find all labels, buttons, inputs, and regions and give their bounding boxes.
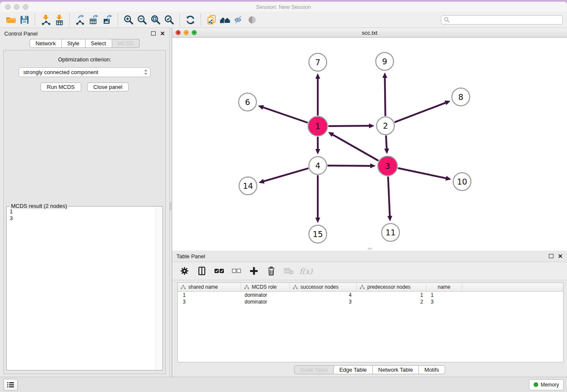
apply-layout-button[interactable]	[184, 13, 197, 27]
delete-column-button[interactable]	[266, 265, 277, 276]
graph-node-label: 14	[243, 181, 253, 190]
graph-edge[interactable]	[394, 102, 447, 122]
graph-edge[interactable]	[262, 168, 308, 182]
graph-node-label: 6	[245, 97, 250, 107]
home-button[interactable]	[218, 13, 232, 27]
table-cell: dominator	[241, 299, 290, 305]
network-minimize-button[interactable]: −	[184, 30, 189, 35]
fx-icon: f(x)	[300, 267, 313, 276]
column-header-shared-name[interactable]: shared name	[178, 283, 241, 291]
export-table-button[interactable]	[87, 13, 101, 27]
graph-edge[interactable]	[385, 76, 385, 116]
graph-node-label: 11	[385, 228, 396, 237]
search-box[interactable]	[441, 15, 563, 25]
network-maximize-button[interactable]: +	[192, 30, 197, 35]
tab-node-table[interactable]: Node Table	[294, 365, 334, 374]
column-label: successor nodes	[300, 284, 339, 290]
select-stepper-icon	[144, 69, 148, 75]
show-hide-button[interactable]	[245, 13, 259, 27]
panel-divider[interactable]	[169, 28, 172, 377]
zoom-out-icon	[136, 14, 148, 26]
tab-select[interactable]: Select	[85, 39, 112, 48]
graph-node-label: 8	[458, 92, 463, 102]
graph-edge[interactable]	[386, 135, 387, 150]
toolbar-separator	[201, 14, 201, 26]
tab-network[interactable]: Network	[30, 39, 62, 48]
export-network-button[interactable]	[74, 13, 87, 27]
graph-edge[interactable]	[398, 168, 447, 179]
graph-edge[interactable]	[388, 177, 390, 218]
table-cell: 3	[178, 299, 241, 305]
graph-edge-arrowhead	[259, 179, 264, 184]
mcds-result-text[interactable]: 13	[7, 207, 156, 370]
search-input[interactable]	[451, 17, 560, 23]
hide-panel-button[interactable]	[232, 13, 245, 27]
zoom-selected-button[interactable]	[162, 13, 176, 27]
save-session-button[interactable]	[18, 13, 31, 27]
eye-slash-icon	[233, 14, 245, 26]
function-builder-button[interactable]: f(x)	[300, 265, 311, 276]
zoom-fit-button[interactable]	[149, 13, 162, 27]
delete-table-button[interactable]	[283, 265, 294, 276]
zoom-out-button[interactable]	[135, 13, 149, 27]
graph-node-label: 10	[457, 177, 467, 186]
close-panel-icon[interactable]: ✕	[160, 30, 165, 36]
optimization-criterion-select[interactable]: strongly connected component	[19, 67, 151, 77]
run-mcds-button[interactable]: Run MCDS	[41, 83, 81, 91]
import-table-button[interactable]	[52, 13, 66, 27]
network-canvas[interactable]: 7968124314101511	[172, 38, 567, 251]
column-header-filler	[462, 283, 563, 291]
tab-network-table[interactable]: Network Table	[373, 365, 419, 374]
resize-grip[interactable]	[368, 248, 372, 250]
graph-edge-arrowhead	[444, 100, 450, 105]
open-folder-icon	[5, 14, 17, 26]
import-network-button[interactable]	[39, 13, 52, 27]
unchecked-boxes-icon	[232, 268, 241, 273]
unselect-all-columns-button[interactable]	[231, 265, 242, 276]
create-column-button[interactable]	[248, 265, 259, 276]
control-panel-tabs: Network Style Select MCDS	[0, 39, 169, 48]
table-row[interactable]: 3dominator323	[178, 298, 563, 305]
graph-edge[interactable]	[261, 107, 308, 123]
main-toolbar	[0, 12, 567, 28]
graph-node-label: 7	[315, 58, 320, 67]
app-window: Session: New Session	[0, 2, 567, 392]
result-scrollbar[interactable]	[156, 207, 162, 370]
tab-edge-table[interactable]: Edge Table	[334, 365, 373, 374]
graph-edge-arrowhead	[369, 123, 374, 128]
graph-edge[interactable]	[328, 126, 371, 126]
control-panel-title: Control Panel	[4, 30, 38, 37]
column-header-predecessor-nodes[interactable]: predecessor nodes	[357, 283, 427, 291]
select-all-columns-button[interactable]	[214, 265, 225, 276]
gear-icon	[180, 266, 189, 276]
graph-edge[interactable]	[331, 134, 378, 160]
tab-mcds[interactable]: MCDS	[112, 39, 140, 48]
table-cell: 2	[357, 299, 427, 305]
column-header-successor-nodes[interactable]: successor nodes	[290, 283, 357, 291]
tab-style[interactable]: Style	[62, 39, 85, 48]
memory-button[interactable]: Memory	[529, 379, 564, 390]
clone-network-button[interactable]	[205, 13, 218, 27]
network-titlebar[interactable]: scc.txt ✕ − +	[172, 28, 567, 38]
graph-edge[interactable]	[328, 166, 372, 166]
network-close-button[interactable]: ✕	[176, 30, 181, 35]
column-header-name[interactable]: name	[427, 283, 462, 291]
show-panels-button[interactable]	[3, 379, 18, 391]
divider-handle[interactable]	[170, 202, 171, 210]
float-table-panel-icon[interactable]	[549, 254, 553, 258]
column-header-mcds-role[interactable]: MCDS role	[241, 283, 290, 291]
show-column-button[interactable]	[196, 265, 207, 276]
open-session-button[interactable]	[4, 13, 18, 27]
float-panel-icon[interactable]	[151, 31, 156, 36]
table-row[interactable]: 1dominator411	[178, 292, 563, 298]
visibility-icon	[246, 14, 258, 26]
memory-status-icon	[534, 382, 538, 387]
export-image-button[interactable]	[101, 13, 114, 27]
tab-motifs[interactable]: Motifs	[419, 365, 445, 374]
close-panel-button[interactable]: Close panel	[87, 83, 129, 91]
zoom-in-button[interactable]	[122, 13, 135, 27]
refresh-icon	[184, 14, 196, 26]
close-table-panel-icon[interactable]: ✕	[558, 253, 563, 259]
table-cell: 1	[178, 292, 241, 298]
table-settings-button[interactable]	[179, 265, 190, 276]
